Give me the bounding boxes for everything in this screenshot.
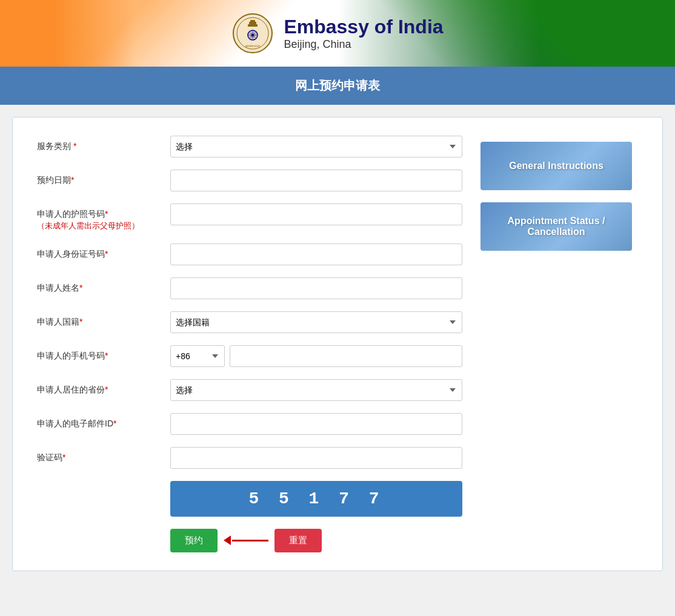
input-date xyxy=(170,170,462,191)
required-marker-8: * xyxy=(105,385,108,394)
applicant-name-input[interactable] xyxy=(170,277,462,299)
embassy-subtitle: Beijing, China xyxy=(284,38,443,51)
emblem-logo: सत्यमेव जयते xyxy=(231,12,274,55)
label-email: 申请人的电子邮件ID* xyxy=(37,413,158,430)
form-row-phone: 申请人的手机号码* +86 xyxy=(37,345,462,367)
captcha-input[interactable] xyxy=(170,447,462,469)
arrow-indicator xyxy=(224,535,268,545)
label-id: 申请人身份证号码* xyxy=(37,243,158,260)
required-marker-9: * xyxy=(113,419,116,428)
required-marker-7: * xyxy=(105,351,108,360)
form-row-id: 申请人身份证号码* xyxy=(37,243,462,265)
captcha-image[interactable]: 5 5 1 7 7 xyxy=(170,481,462,517)
input-captcha xyxy=(170,447,462,469)
page-title: 网上预约申请表 xyxy=(295,79,380,92)
passport-sub-note: （未成年人需出示父母护照） xyxy=(37,220,158,231)
input-service: 选择 xyxy=(170,136,462,157)
label-phone: 申请人的手机号码* xyxy=(37,345,158,362)
label-date: 预约日期* xyxy=(37,170,158,187)
page-header: सत्यमेव जयते Embassy of India Beijing, C… xyxy=(0,0,675,67)
sidebar-section: General Instructions Appointment Status … xyxy=(480,136,638,552)
required-marker-10: * xyxy=(62,452,65,462)
svg-rect-4 xyxy=(250,20,255,22)
form-row-date: 预约日期* xyxy=(37,170,462,191)
form-row-captcha: 验证码* xyxy=(37,447,462,469)
form-row-passport: 申请人的护照号码* （未成年人需出示父母护照） xyxy=(37,204,462,231)
appointment-status-label: Appointment Status / Cancellation xyxy=(480,216,632,237)
country-code-select[interactable]: +86 xyxy=(170,345,225,367)
form-row-province: 申请人居住的省份* 选择 xyxy=(37,379,462,401)
form-button-row: 预约 重置 xyxy=(170,529,462,552)
form-row-service: 服务类别 * 选择 xyxy=(37,136,462,157)
arrow-line xyxy=(232,540,268,541)
label-passport: 申请人的护照号码* （未成年人需出示父母护照） xyxy=(37,204,158,231)
input-passport xyxy=(170,204,462,225)
reset-button[interactable]: 重置 xyxy=(274,529,322,552)
required-marker-2: * xyxy=(71,175,74,185)
form-row-name: 申请人姓名* xyxy=(37,277,462,299)
input-province: 选择 xyxy=(170,379,462,401)
service-type-select[interactable]: 选择 xyxy=(170,136,462,157)
form-row-nationality: 申请人国籍* 选择国籍 xyxy=(37,311,462,333)
arrow-head-icon xyxy=(224,535,231,545)
main-content: 服务类别 * 选择 预约日期* 申请人 xyxy=(12,117,663,571)
input-id xyxy=(170,243,462,265)
label-captcha: 验证码* xyxy=(37,447,158,464)
general-instructions-button[interactable]: General Instructions xyxy=(480,142,632,190)
appointment-status-button[interactable]: Appointment Status / Cancellation xyxy=(480,202,632,251)
page-title-bar: 网上预约申请表 xyxy=(0,67,675,105)
form-row-captcha-image: 5 5 1 7 7 xyxy=(37,481,462,517)
required-marker-6: * xyxy=(79,317,82,326)
form-row-email: 申请人的电子邮件ID* xyxy=(37,413,462,435)
passport-number-input[interactable] xyxy=(170,204,462,225)
province-select[interactable]: 选择 xyxy=(170,379,462,401)
input-name xyxy=(170,277,462,299)
label-service: 服务类别 * xyxy=(37,136,158,153)
submit-button[interactable]: 预约 xyxy=(170,529,218,552)
nationality-select[interactable]: 选择国籍 xyxy=(170,311,462,333)
input-nationality: 选择国籍 xyxy=(170,311,462,333)
phone-number-input[interactable] xyxy=(230,345,462,367)
required-marker: * xyxy=(73,141,76,151)
id-number-input[interactable] xyxy=(170,243,462,265)
appointment-date-input[interactable] xyxy=(170,170,462,191)
svg-text:सत्यमेव जयते: सत्यमेव जयते xyxy=(245,44,260,48)
form-section: 服务类别 * 选择 预约日期* 申请人 xyxy=(37,136,462,552)
general-instructions-label: General Instructions xyxy=(509,161,604,171)
label-name: 申请人姓名* xyxy=(37,277,158,294)
required-marker-3: * xyxy=(105,209,108,219)
label-nationality: 申请人国籍* xyxy=(37,311,158,328)
header-text-block: Embassy of India Beijing, China xyxy=(284,16,443,51)
required-marker-4: * xyxy=(105,249,108,259)
input-email xyxy=(170,413,462,435)
embassy-title: Embassy of India xyxy=(284,16,443,38)
label-province: 申请人居住的省份* xyxy=(37,379,158,396)
input-phone: +86 xyxy=(170,345,462,367)
required-marker-5: * xyxy=(79,283,82,293)
email-input[interactable] xyxy=(170,413,462,435)
captcha-image-area: 5 5 1 7 7 xyxy=(170,481,462,517)
captcha-label-spacer xyxy=(37,481,158,486)
